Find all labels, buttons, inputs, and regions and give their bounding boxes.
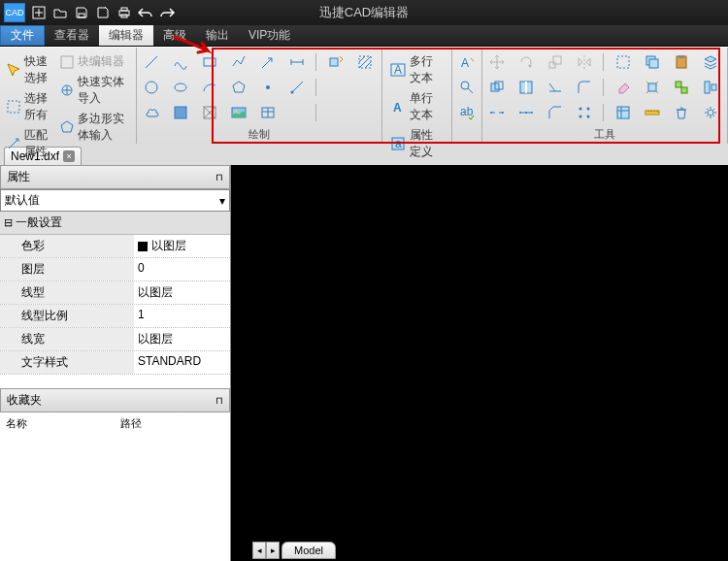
tool-block-insert[interactable]	[325, 51, 347, 73]
prop-key: 色彩	[0, 235, 134, 257]
cmd-stext[interactable]: A单行文本	[390, 90, 444, 123]
cmd-attdef[interactable]: a属性定义	[390, 127, 444, 160]
tool-spell[interactable]: ab	[456, 102, 478, 123]
tool-rotate[interactable]	[515, 51, 537, 73]
prop-value[interactable]: 以图层	[134, 235, 230, 257]
cmd-match-props[interactable]: 匹配属性	[6, 127, 51, 160]
tool-arrow[interactable]	[257, 51, 279, 73]
prop-row[interactable]: 图层0	[0, 258, 230, 281]
tool-wipeout[interactable]	[199, 102, 220, 123]
svg-rect-34	[678, 55, 684, 58]
qat-undo[interactable]	[135, 3, 156, 22]
tool-array[interactable]	[574, 102, 595, 123]
tool-mirror[interactable]	[574, 51, 595, 73]
tool-dimension[interactable]	[286, 51, 308, 73]
tool-select-rect[interactable]	[612, 51, 634, 73]
prop-row[interactable]: 文字样式STANDARD	[0, 351, 230, 375]
tool-erase[interactable]	[612, 77, 634, 98]
tool-purge[interactable]	[671, 102, 692, 123]
tool-group[interactable]	[671, 77, 692, 98]
prop-row[interactable]: 线型以图层	[0, 281, 230, 305]
pin-icon[interactable]: ⊓	[215, 172, 223, 182]
prop-value[interactable]: 以图层	[134, 328, 230, 350]
svg-point-46	[525, 112, 527, 114]
tool-revcloud[interactable]	[141, 102, 162, 123]
qat-save[interactable]	[71, 3, 92, 22]
menu-output[interactable]: 输出	[196, 25, 239, 46]
tool-explode[interactable]	[642, 77, 663, 98]
drawing-canvas[interactable]: ◂ ▸ Model	[231, 165, 728, 561]
fav-col-name[interactable]: 名称	[0, 412, 115, 435]
tool-polygon[interactable]	[228, 77, 249, 98]
tool-point[interactable]	[257, 77, 279, 98]
tool-extend[interactable]	[545, 77, 566, 98]
qat-open[interactable]	[50, 3, 71, 22]
cmd-quick-import[interactable]: 快速实体导入	[59, 74, 129, 107]
prop-value[interactable]: 1	[134, 305, 230, 327]
svg-rect-28	[549, 62, 555, 68]
tool-ray[interactable]	[286, 77, 308, 98]
tool-table[interactable]	[257, 102, 279, 123]
tool-offset[interactable]	[486, 77, 508, 98]
qat-saveas[interactable]	[92, 3, 114, 22]
tool-measure[interactable]	[642, 102, 663, 123]
tool-circle[interactable]	[141, 77, 162, 98]
tool-region[interactable]	[170, 102, 191, 123]
menu-vip[interactable]: VIP功能	[239, 25, 300, 46]
prop-row[interactable]: 线型比例1	[0, 305, 230, 328]
label: 多边形实体输入	[78, 111, 129, 144]
props-filter-combo[interactable]: 默认值 ▾	[0, 189, 230, 212]
prop-row[interactable]: 线宽以图层	[0, 328, 230, 351]
menu-advanced[interactable]: 高级	[153, 25, 196, 46]
tool-paste-clip[interactable]	[671, 51, 692, 73]
pin-icon[interactable]: ⊓	[215, 395, 223, 406]
prop-value[interactable]: STANDARD	[134, 351, 230, 374]
tool-polyline[interactable]	[228, 51, 249, 73]
tool-rect[interactable]	[199, 51, 220, 73]
cmd-mtext[interactable]: A多行文本	[390, 53, 444, 86]
tool-spline[interactable]	[170, 51, 191, 73]
svg-rect-38	[648, 83, 656, 91]
panel-caption-tools: 工具	[482, 127, 727, 144]
menu-file[interactable]: 文件	[0, 25, 45, 46]
tab-scroll-left[interactable]: ◂	[252, 542, 266, 559]
prop-row[interactable]: 色彩以图层	[0, 235, 230, 258]
cmd-poly-input[interactable]: 多边形实体输入	[59, 111, 129, 144]
tool-join[interactable]	[515, 102, 537, 123]
qat-redo[interactable]	[156, 3, 178, 22]
cmd-select-all[interactable]: 选择所有	[6, 90, 51, 123]
menu-viewer[interactable]: 查看器	[45, 25, 99, 46]
chevron-down-icon: ▾	[219, 194, 225, 208]
prop-value[interactable]: 以图层	[134, 281, 230, 304]
tool-ellipse[interactable]	[170, 77, 191, 98]
tool-text-style[interactable]: A	[456, 51, 478, 73]
tool-move[interactable]	[486, 51, 508, 73]
prop-value[interactable]: 0	[134, 258, 230, 280]
tool-line[interactable]	[141, 51, 162, 73]
tool-chamfer[interactable]	[545, 102, 566, 123]
app-logo[interactable]: CAD	[4, 3, 25, 22]
qat-new[interactable]	[28, 3, 50, 22]
fav-col-path[interactable]: 路径	[115, 412, 148, 435]
svg-rect-9	[330, 58, 338, 66]
tool-find[interactable]	[456, 77, 478, 98]
tool-props[interactable]	[612, 102, 634, 123]
tool-image[interactable]	[228, 102, 249, 123]
tool-align[interactable]	[700, 77, 721, 98]
model-tab[interactable]: Model	[281, 542, 336, 559]
tool-settings[interactable]	[700, 102, 721, 123]
props-section[interactable]: ⊟ 一般设置	[0, 212, 230, 235]
tool-break[interactable]	[486, 102, 508, 123]
cmd-quick-select[interactable]: 快速选择	[6, 53, 51, 86]
qat-print[interactable]	[114, 3, 135, 22]
tool-trim[interactable]	[515, 77, 537, 98]
tool-fillet[interactable]	[574, 77, 595, 98]
section-label: 一般设置	[16, 215, 62, 229]
tool-scale[interactable]	[545, 51, 566, 73]
tool-copy-clip[interactable]	[642, 51, 663, 73]
menu-editor[interactable]: 编辑器	[99, 25, 153, 46]
tool-arc[interactable]	[199, 77, 220, 98]
tool-hatch[interactable]	[354, 51, 376, 73]
tool-layer[interactable]	[700, 51, 721, 73]
tab-scroll-right[interactable]: ▸	[266, 542, 280, 559]
